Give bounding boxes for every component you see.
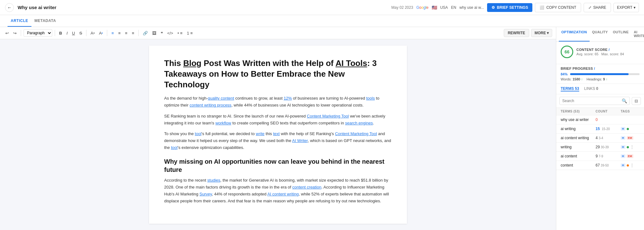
score-details: CONTENT SCORE / Avg. score: 65 Max. scor…: [576, 48, 624, 56]
studies-link[interactable]: studies: [207, 178, 220, 183]
document-body: This Blog Post Was Written with the Help…: [149, 46, 407, 224]
text-color-button[interactable]: A▾: [97, 30, 105, 37]
code-button[interactable]: </>: [166, 30, 175, 37]
document-heading-2: Why missing on AI opportunities now can …: [164, 157, 392, 174]
12-percent-link[interactable]: 12%: [284, 96, 292, 101]
toolbar-separator-4: [107, 30, 107, 36]
brief-settings-button[interactable]: ⚙ BRIEF SETTINGS: [487, 3, 532, 12]
italic-button[interactable]: I: [65, 30, 69, 37]
paragraph-style-select[interactable]: Paragraph: [24, 29, 52, 37]
back-button[interactable]: ←: [5, 3, 14, 12]
tag-h: H: [621, 154, 625, 158]
brief-settings-label: BRIEF SETTINGS: [497, 5, 528, 10]
bullet-list-button[interactable]: • ≡: [176, 30, 184, 37]
col-header-tags: TAGS: [621, 110, 640, 113]
underline-button[interactable]: U: [70, 30, 76, 37]
term-tags: H ⋮: [621, 145, 640, 149]
paragraph-3: To show you the tool's full potential, w…: [164, 130, 392, 151]
content-score-info-icon[interactable]: /: [609, 48, 610, 52]
search-engines-link[interactable]: search engines: [345, 121, 373, 125]
more-tags-button[interactable]: ⋮: [630, 163, 634, 167]
filter-button[interactable]: ⊟: [632, 97, 641, 105]
more-tags-button[interactable]: ⋮: [630, 145, 634, 149]
header-right: May 02 2023 Google 🇺🇸 USA EN why use ai …: [391, 3, 639, 12]
image-button[interactable]: 🖼: [151, 30, 158, 37]
content-marketing-tool-link-1[interactable]: Content Marketing Tool: [307, 114, 349, 118]
document-title: Why use ai writer: [18, 5, 56, 10]
tab-quality[interactable]: QUALITY: [590, 27, 610, 41]
share-button[interactable]: ⤢ SHARE: [584, 3, 611, 12]
highlight-color-button[interactable]: A▾: [89, 30, 96, 37]
tag-h: H: [621, 136, 625, 140]
content-writing-process-link[interactable]: content writing process: [190, 103, 231, 107]
paragraph-1: As the demand for high-quality content c…: [164, 95, 392, 109]
copy-icon: ⬜: [540, 5, 544, 10]
toolbar-separator-1: [21, 30, 21, 36]
link-button[interactable]: 🔗: [141, 30, 149, 37]
copy-content-button[interactable]: ⬜ COPY CONTENT: [535, 3, 581, 12]
write-link[interactable]: write: [256, 131, 264, 136]
search-submit-button[interactable]: 🔍: [622, 98, 627, 103]
align-left-button[interactable]: ≡: [110, 30, 115, 37]
bold-button[interactable]: B: [58, 30, 64, 37]
tag-em: EM: [627, 154, 634, 158]
undo-button[interactable]: ↩: [4, 30, 10, 37]
term-row: ai writing 15 15-20 H: [556, 124, 644, 134]
rewrite-button[interactable]: REWRITE: [504, 29, 529, 37]
redo-button[interactable]: ↪: [12, 30, 18, 37]
document-container: This Blog Post Was Written with the Help…: [0, 39, 556, 230]
terms-search-input[interactable]: [562, 99, 622, 103]
tab-optimization[interactable]: OPTIMIZATION: [559, 27, 590, 41]
term-name: why use ai writer: [561, 118, 596, 122]
tool-link-2[interactable]: tool: [171, 145, 178, 150]
right-panel-tabs: OPTIMIZATION QUALITY OUTLINE AI WRITER: [556, 27, 644, 42]
blog-link[interactable]: Blog: [183, 58, 202, 68]
align-justify-button[interactable]: ≡: [130, 30, 136, 37]
links-tab[interactable]: LINKS 0: [584, 86, 598, 91]
copy-content-label: COPY CONTENT: [546, 5, 576, 10]
term-name: ai content writing: [561, 136, 596, 140]
search-input-wrap: 🔍: [559, 97, 630, 105]
text-link[interactable]: text: [273, 131, 280, 136]
orange-dot-icon: [627, 164, 629, 167]
more-button[interactable]: MORE ▾: [531, 29, 552, 37]
query-display: why use ai w...: [459, 5, 484, 10]
search-engine-logo: Google: [416, 5, 429, 10]
country-flag: 🇺🇸: [432, 5, 437, 10]
content-creation-link[interactable]: content creation: [292, 185, 322, 189]
terms-links-toggle: TERMS 53 LINKS 0: [556, 84, 644, 94]
term-count: 0: [596, 118, 621, 122]
content-score-label: CONTENT SCORE /: [576, 48, 624, 52]
strikethrough-button[interactable]: S: [78, 30, 84, 37]
quality-content-link[interactable]: quality content: [208, 96, 234, 101]
export-button[interactable]: EXPORT ▾: [613, 3, 639, 12]
right-panel: OPTIMIZATION QUALITY OUTLINE AI WRITER 6…: [556, 27, 644, 230]
country-code: USA: [440, 5, 448, 10]
term-count: 6739-50: [596, 163, 621, 167]
align-center-button[interactable]: ≡: [117, 30, 122, 37]
tag-em: EM: [627, 136, 634, 140]
term-count: 97-9: [596, 154, 621, 158]
ai-content-writing-link[interactable]: AI content writing: [267, 192, 299, 196]
tab-article[interactable]: ARTICLE: [8, 15, 31, 27]
document-heading-1: This Blog Post Was Written with the Help…: [164, 58, 392, 90]
tab-metadata[interactable]: METADATA: [31, 15, 59, 27]
survey-link[interactable]: Survey: [199, 192, 212, 196]
quote-button[interactable]: ❝: [159, 30, 164, 37]
terms-table-header: TERMS (53) COUNT TAGS: [556, 108, 644, 115]
align-right-button[interactable]: ≡: [124, 30, 129, 37]
brief-progress-info-icon[interactable]: /: [594, 67, 595, 70]
tools-link-1[interactable]: tools: [366, 96, 375, 101]
ai-writer-link[interactable]: AI Writer: [292, 138, 308, 143]
tab-outline[interactable]: OUTLINE: [610, 27, 631, 41]
numbered-list-button[interactable]: 1 ≡: [185, 30, 194, 37]
workflow-link[interactable]: workflow: [215, 121, 231, 125]
tool-link-1[interactable]: tool: [195, 131, 202, 136]
ai-tools-link[interactable]: AI Tools: [336, 58, 367, 68]
tab-ai-writer[interactable]: AI WRITER: [631, 27, 644, 41]
content-marketing-tool-link-2[interactable]: Content Marketing Tool: [335, 131, 377, 136]
progress-percent: 84%: [561, 72, 568, 76]
share-icon: ⤢: [588, 5, 591, 10]
terms-list: why use ai writer 0 ai writing 15 15-20 …: [556, 115, 644, 230]
terms-tab[interactable]: TERMS 53: [561, 86, 579, 91]
